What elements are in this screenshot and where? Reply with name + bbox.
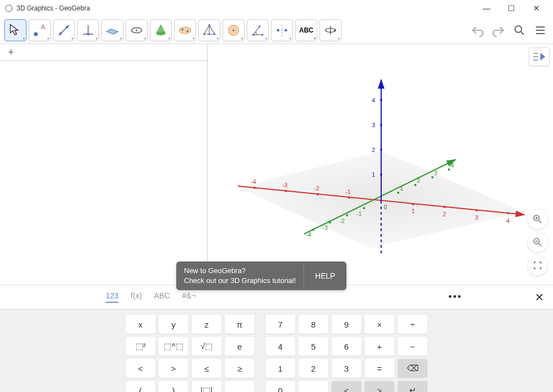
svg-text:-1: -1 bbox=[345, 188, 351, 195]
point-tool[interactable]: A bbox=[29, 19, 51, 41]
key-↵[interactable]: ↵ bbox=[398, 381, 427, 392]
key-÷[interactable]: ÷ bbox=[398, 315, 427, 334]
key-=[interactable]: = bbox=[365, 359, 394, 378]
svg-point-42 bbox=[412, 203, 414, 205]
key-,[interactable]: , bbox=[225, 381, 254, 392]
zoom-in-button[interactable] bbox=[528, 209, 547, 229]
svg-text:-4: -4 bbox=[306, 231, 311, 238]
key-−[interactable]: − bbox=[398, 337, 427, 356]
input-tab-fx[interactable]: f(x) bbox=[131, 291, 142, 303]
sphere-tool[interactable] bbox=[174, 19, 196, 41]
svg-line-30 bbox=[521, 32, 524, 35]
key-.[interactable]: . bbox=[299, 381, 328, 392]
input-tab-123[interactable]: 123 bbox=[106, 291, 118, 303]
key->[interactable]: > bbox=[159, 359, 188, 378]
virtual-keyboard: xyzπ789×÷ ⬚²⬚^⬚√⬚e456+− <>≤≥123=⌫ ()|⬚|,… bbox=[0, 309, 553, 392]
cone-tool[interactable] bbox=[150, 19, 172, 41]
zoom-out-button[interactable] bbox=[528, 232, 547, 252]
key-8[interactable]: 8 bbox=[299, 315, 328, 334]
toolbar: A ABC bbox=[0, 17, 553, 44]
svg-point-73 bbox=[380, 99, 382, 101]
key-4[interactable]: 4 bbox=[265, 337, 295, 356]
svg-point-13 bbox=[182, 29, 184, 31]
key-0[interactable]: 0 bbox=[265, 381, 295, 392]
svg-text:1: 1 bbox=[411, 208, 415, 214]
close-button[interactable]: ✕ bbox=[524, 0, 549, 17]
app-logo-icon bbox=[4, 4, 13, 13]
svg-point-21 bbox=[252, 34, 254, 36]
tutorial-line1: New to GeoGebra? bbox=[184, 266, 296, 276]
key-≥[interactable]: ≥ bbox=[225, 359, 254, 378]
key-×[interactable]: × bbox=[365, 315, 394, 334]
key-3[interactable]: 3 bbox=[332, 359, 361, 378]
svg-point-29 bbox=[515, 26, 522, 32]
3d-graph[interactable]: -4-3-2-11234 -4-3-2-11234 1234 0 bbox=[208, 44, 553, 285]
key-x[interactable]: x bbox=[126, 315, 155, 334]
svg-point-55 bbox=[329, 221, 331, 224]
search-button[interactable] bbox=[511, 22, 528, 39]
plane-tool[interactable] bbox=[101, 19, 123, 41]
key-⬚²[interactable]: ⬚² bbox=[126, 337, 155, 356]
titlebar: 3D Graphics - GeoGebra — ☐ ✕ bbox=[0, 0, 553, 17]
key-6[interactable]: 6 bbox=[332, 337, 361, 356]
svg-point-11 bbox=[156, 31, 165, 35]
key-1[interactable]: 1 bbox=[265, 359, 295, 378]
minimize-button[interactable]: — bbox=[474, 0, 499, 17]
key-⌫[interactable]: ⌫ bbox=[398, 359, 427, 378]
key-⬚^⬚[interactable]: ⬚^⬚ bbox=[159, 337, 188, 356]
svg-text:-2: -2 bbox=[339, 217, 345, 224]
svg-point-43 bbox=[443, 206, 446, 208]
window-title: 3D Graphics - GeoGebra bbox=[17, 4, 474, 12]
redo-button[interactable] bbox=[490, 22, 507, 39]
svg-point-54 bbox=[312, 228, 315, 231]
key-|⬚|[interactable]: |⬚| bbox=[192, 381, 221, 392]
maximize-button[interactable]: ☐ bbox=[499, 0, 524, 17]
svg-point-8 bbox=[87, 32, 90, 35]
rotate-view-tool[interactable] bbox=[319, 19, 341, 41]
svg-text:3: 3 bbox=[434, 170, 437, 176]
key-π[interactable]: π bbox=[225, 315, 254, 334]
panel-toggle-button[interactable] bbox=[529, 47, 550, 66]
perp-tool[interactable] bbox=[77, 19, 99, 41]
key-<[interactable]: < bbox=[332, 381, 361, 392]
text-tool[interactable]: ABC bbox=[295, 19, 317, 41]
more-button[interactable]: ••• bbox=[448, 291, 462, 303]
svg-point-60 bbox=[431, 176, 433, 178]
key-≤[interactable]: ≤ bbox=[192, 359, 221, 378]
key->[interactable]: > bbox=[365, 381, 394, 392]
circle-tool[interactable] bbox=[126, 19, 148, 41]
line-tool[interactable] bbox=[53, 19, 75, 41]
svg-point-5 bbox=[66, 25, 69, 28]
key-([interactable]: ( bbox=[126, 381, 155, 392]
input-tab-special[interactable]: #&¬ bbox=[182, 291, 196, 303]
svg-point-16 bbox=[203, 33, 205, 35]
angle-tool[interactable] bbox=[247, 19, 269, 41]
svg-point-57 bbox=[363, 207, 365, 209]
fullscreen-button[interactable] bbox=[528, 255, 547, 275]
svg-point-56 bbox=[346, 214, 348, 216]
key-5[interactable]: 5 bbox=[299, 337, 328, 356]
svg-point-4 bbox=[59, 32, 62, 35]
key-9[interactable]: 9 bbox=[332, 315, 361, 334]
menu-button[interactable] bbox=[532, 22, 549, 39]
input-tab-abc[interactable]: ABC bbox=[154, 291, 170, 303]
add-tab-button[interactable]: + bbox=[0, 44, 22, 61]
move-tool[interactable] bbox=[4, 19, 26, 41]
key-√⬚[interactable]: √⬚ bbox=[192, 337, 221, 356]
close-keyboard-button[interactable]: ✕ bbox=[535, 291, 544, 304]
key-7[interactable]: 7 bbox=[265, 315, 295, 334]
key-)[interactable]: ) bbox=[159, 381, 188, 392]
key-z[interactable]: z bbox=[192, 315, 221, 334]
graphics-3d-view[interactable]: -4-3-2-11234 -4-3-2-11234 1234 0 bbox=[208, 44, 553, 285]
svg-point-23 bbox=[259, 25, 261, 28]
pyramid-tool[interactable] bbox=[198, 19, 220, 41]
key-+[interactable]: + bbox=[365, 337, 394, 356]
key-<[interactable]: < bbox=[126, 359, 155, 378]
key-e[interactable]: e bbox=[225, 337, 254, 356]
ellipsoid-tool[interactable] bbox=[223, 19, 245, 41]
reflect-tool[interactable] bbox=[271, 19, 293, 41]
undo-button[interactable] bbox=[469, 22, 486, 39]
key-2[interactable]: 2 bbox=[299, 359, 328, 378]
help-button[interactable]: HELP bbox=[303, 264, 346, 288]
key-y[interactable]: y bbox=[159, 315, 188, 334]
